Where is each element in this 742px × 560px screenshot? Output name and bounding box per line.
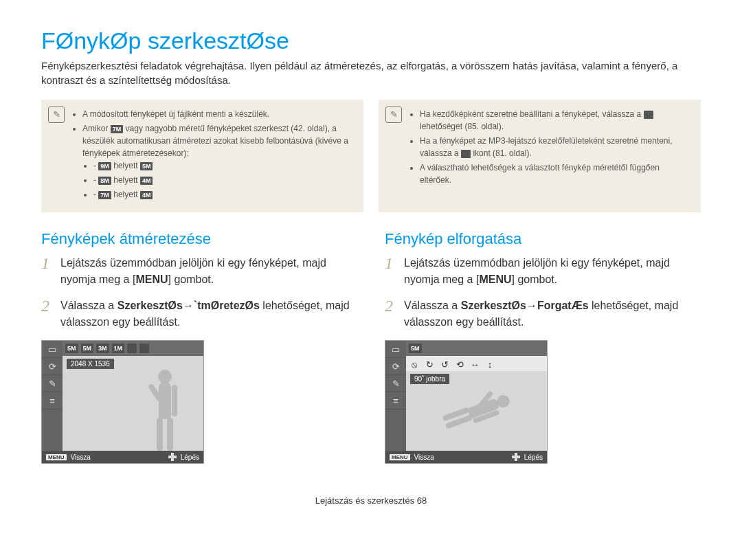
screenshot-resize: ▭ ⟳ ✎ ≡ 5M 5M 3M 1M [41, 340, 204, 464]
dpad-icon [512, 453, 520, 461]
note-sub-3: 7M helyett 4M [93, 188, 354, 201]
menu-button-label: MENU [135, 273, 168, 285]
side-resize-icon: ▭ [42, 341, 63, 358]
resize-option: 1M [112, 344, 125, 353]
note-right-item-2: Ha a fényképet az MP3-lejátszó kezelőfel… [420, 135, 691, 159]
step-2-text: Válassza a SzerkesztØs → `tmØretezØs leh… [60, 298, 357, 331]
note-left-item-1: A módosított fényképet új fájlként menti… [82, 108, 354, 120]
step-number-1: 1 [41, 255, 54, 288]
flip-v-icon: ↕ [484, 359, 495, 369]
note-sub-1: 9M helyett 5M [93, 159, 354, 172]
rotate-left-icon: ↺ [439, 359, 450, 369]
startimage-option-icon [127, 344, 137, 353]
note-left-item-2: Amikor 7M vagy nagyobb méretű fényképeke… [82, 122, 354, 201]
note-icon: ✎ [48, 107, 65, 123]
side-rotate-icon: ⟳ [42, 358, 63, 375]
size-chip: 5M [409, 344, 422, 353]
intro-text: Fényképszerkesztési feladatok végrehajtá… [41, 58, 701, 87]
silhouette-icon [440, 386, 514, 436]
step-1-text: Lejátszás üzemmódban jelöljön ki egy fén… [60, 255, 357, 288]
menu-chip: MENU [390, 454, 410, 460]
mp3skin-icon [461, 150, 471, 158]
note-box-right: ✎ Ha kezdőképként szeretné beállítani a … [379, 100, 701, 212]
subhead-rotate: Fénykép elforgatása [385, 230, 701, 248]
side-edit-icon: ✎ [385, 375, 406, 392]
side-rotate-icon: ⟳ [385, 358, 406, 375]
rotate-off-icon: ⦸ [409, 359, 420, 369]
side-adjust-icon: ≡ [385, 392, 406, 410]
subhead-resize: Fényképek átméretezése [41, 230, 357, 248]
resize-option: 5M [65, 344, 78, 353]
rotate-180-icon: ⟲ [454, 359, 465, 369]
page-footer: Lejátszás és szerkesztés 68 [41, 495, 701, 506]
rotate-right-icon: ↻ [424, 359, 435, 369]
menu-button-label: MENU [479, 273, 511, 285]
note-box-left: ✎ A módosított fényképet új fájlként men… [41, 100, 363, 212]
note-right-item-3: A választható lehetőségek a választott f… [420, 161, 691, 186]
enter-label: Lépés [181, 453, 199, 461]
note-icon: ✎ [385, 107, 402, 123]
note-sub-2: 8M helyett 4M [93, 174, 354, 186]
resolution-caption: 2048 X 1536 [67, 359, 114, 369]
col-rotate: Fénykép elforgatása 1 Lejátszás üzemmódb… [385, 230, 701, 464]
step-2-text: Válassza a SzerkesztØs → ForgatÆs lehető… [404, 298, 701, 331]
silhouette-icon [148, 370, 181, 451]
resize-option: 5M [81, 344, 94, 353]
mp3skin-option-icon [139, 344, 149, 353]
menu-chip: MENU [46, 454, 67, 460]
step-number-2: 2 [385, 298, 397, 331]
side-edit-icon: ✎ [42, 375, 63, 392]
back-label: Vissza [414, 453, 434, 461]
step-1-text: Lejátszás üzemmódban jelöljön ki egy fén… [404, 255, 701, 288]
flip-h-icon: ↔ [469, 359, 480, 369]
back-label: Vissza [71, 453, 91, 461]
note-right-item-1: Ha kezdőképként szeretné beállítani a fé… [420, 108, 691, 133]
col-resize: Fényképek átméretezése 1 Lejátszás üzemm… [41, 230, 357, 464]
notes-row: ✎ A módosított fényképet új fájlként men… [41, 100, 701, 212]
screenshot-rotate: ▭ ⟳ ✎ ≡ 5M ⦸ ↻ ↺ ⟲ ↔ ↕ [385, 340, 548, 464]
size-chip-icon: 7M [111, 125, 124, 133]
dpad-icon [168, 453, 177, 461]
resize-option: 3M [96, 344, 109, 353]
enter-label: Lépés [524, 453, 543, 461]
step-number-2: 2 [41, 298, 54, 331]
rotate-caption: 90˚ jobbra [410, 374, 449, 384]
page-title: FØnykØp szerkesztØse [41, 27, 701, 54]
step-number-1: 1 [385, 255, 397, 288]
side-adjust-icon: ≡ [42, 392, 63, 410]
side-resize-icon: ▭ [385, 341, 406, 358]
startimage-icon [644, 111, 653, 119]
